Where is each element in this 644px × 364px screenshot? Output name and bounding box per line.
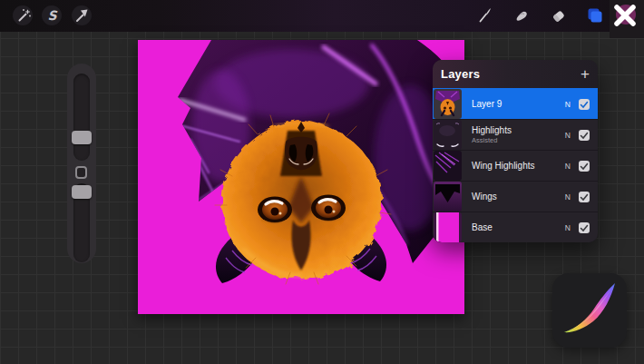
- brush-button[interactable]: [475, 5, 495, 25]
- procreate-swoosh-icon: [552, 273, 627, 348]
- adjustments-button[interactable]: [13, 5, 33, 25]
- close-button[interactable]: [610, 1, 639, 30]
- close-icon: [610, 1, 639, 30]
- svg-text:S: S: [47, 8, 57, 23]
- layers-button[interactable]: [584, 5, 604, 25]
- brush-sidebar: [67, 64, 96, 263]
- blend-mode-button[interactable]: N: [565, 100, 571, 109]
- layer-visibility-checkbox[interactable]: [579, 99, 590, 110]
- drawing-canvas[interactable]: [138, 40, 464, 314]
- modify-button[interactable]: [75, 166, 87, 179]
- layer-name: Highlights: [472, 125, 512, 135]
- check-icon: [579, 99, 590, 110]
- blend-mode-button[interactable]: N: [565, 223, 571, 232]
- layer-row-wings[interactable]: Wings N: [433, 181, 598, 212]
- check-icon: [579, 192, 590, 202]
- opacity-handle[interactable]: [72, 185, 92, 199]
- layer-assisted-label: Assisted: [472, 136, 512, 144]
- layer-visibility-checkbox[interactable]: [579, 192, 590, 202]
- smudge-icon: [512, 5, 532, 25]
- top-toolbar: S: [0, 0, 644, 32]
- magic-wand-icon: [13, 5, 33, 25]
- blend-mode-button[interactable]: N: [565, 131, 571, 140]
- blend-mode-button[interactable]: N: [565, 192, 571, 202]
- blend-mode-button[interactable]: N: [565, 162, 571, 171]
- procreate-app-window: S: [0, 0, 644, 364]
- layer-row-layer-9[interactable]: Layer 9 N: [433, 88, 598, 119]
- layer-name: Wings: [472, 192, 497, 202]
- check-icon: [579, 161, 590, 172]
- layer-thumbnail[interactable]: [434, 182, 462, 212]
- layer-thumbnail[interactable]: [434, 212, 462, 242]
- layer-thumbnail[interactable]: [434, 151, 462, 181]
- layer-thumbnail[interactable]: [434, 120, 462, 150]
- layers-panel-title: Layers: [441, 67, 480, 81]
- brush-size-handle[interactable]: [72, 131, 92, 144]
- check-icon: [579, 222, 590, 233]
- layer-visibility-checkbox[interactable]: [579, 130, 590, 141]
- layer-visibility-checkbox[interactable]: [579, 222, 590, 233]
- brush-size-slider[interactable]: [73, 74, 90, 161]
- layer-row-highlights[interactable]: Highlights Assisted N: [433, 119, 598, 150]
- eraser-icon: [549, 5, 569, 25]
- layers-panel: Layers + Layer 9 N: [433, 60, 598, 242]
- layer-row-base[interactable]: Base N: [433, 212, 598, 242]
- add-layer-button[interactable]: +: [581, 66, 590, 82]
- selection-button[interactable]: S: [42, 5, 62, 25]
- layer-visibility-checkbox[interactable]: [579, 161, 590, 172]
- eraser-button[interactable]: [549, 5, 569, 25]
- layers-icon: [584, 5, 604, 25]
- layer-name: Base: [472, 222, 493, 232]
- procreate-logo: [552, 273, 627, 348]
- smudge-button[interactable]: [512, 5, 532, 25]
- layer-row-wing-highlights[interactable]: Wing Highlights N: [433, 150, 598, 181]
- layers-panel-header: Layers +: [433, 60, 598, 88]
- layer-name: Layer 9: [472, 99, 502, 109]
- bat-artwork: [138, 40, 464, 314]
- check-icon: [579, 130, 590, 141]
- selection-s-icon: S: [42, 5, 62, 25]
- brush-icon: [475, 5, 495, 25]
- transform-arrow-icon: [72, 5, 92, 25]
- layer-thumbnail[interactable]: [434, 89, 462, 119]
- transform-button[interactable]: [72, 5, 92, 25]
- layer-name: Wing Highlights: [472, 161, 534, 171]
